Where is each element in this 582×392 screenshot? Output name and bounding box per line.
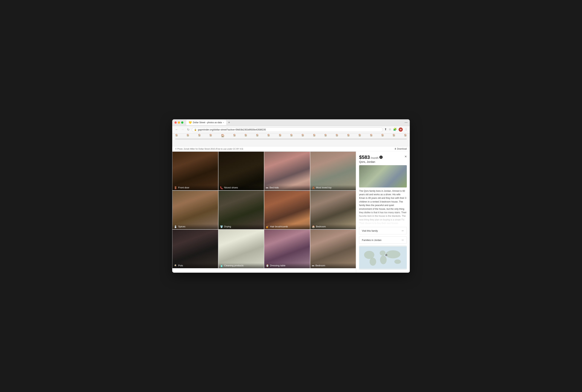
photo-cell-bed-kids[interactable]: 🛏 Bed kids — [264, 152, 310, 190]
refresh-button[interactable]: ↻ — [186, 128, 190, 132]
house-icon-6: 🏠 — [244, 134, 247, 137]
income-info: $583 /month i Qors, Jordan — [359, 154, 383, 163]
photo-cell-hair-brush[interactable]: 💇 Hair brush/comb — [264, 190, 310, 230]
url-bar[interactable]: 🔒 gapminder.org/dollar-street?active=5fd… — [192, 127, 383, 132]
side-panel-header: $583 /month i Qors, Jordan × — [359, 154, 407, 163]
cleaning-label-text: Cleaning products — [224, 264, 244, 267]
maximize-window-button[interactable] — [181, 122, 183, 124]
download-icon: ⬇ — [394, 148, 396, 150]
income-slider-track[interactable] — [175, 139, 407, 140]
income-slider-area: 🏠 🏠 🏠 🏠 🏠 🏠 🏠 🏠 🏠 🏠 🏠 🏠 🏠 🏠 🏠 🏠 🏠 🏠 🏠 — [172, 134, 410, 146]
income-period: /month — [370, 156, 378, 160]
minimize-window-button[interactable] — [178, 122, 180, 124]
photo-credit-bar: © Photo: Zoriah Miller for Dollar Street… — [172, 146, 410, 152]
content-layout: 🚪 Front door 👠 Nicest shoes 🛏 Bed — [172, 152, 410, 273]
pots-icon: 🍳 — [174, 264, 177, 267]
tab-favicon: 💛 — [188, 121, 192, 124]
active-tab[interactable]: 💛 Dollar Street - photos as data × — [186, 120, 226, 125]
house-icon-12: 🏠 — [313, 134, 316, 137]
most-loved-toy-icon: 🧸 — [312, 186, 315, 189]
photo-bedroom2-label: 🛏 Bedroom — [310, 263, 356, 268]
house-icon-9: 🏠 — [279, 134, 282, 137]
photo-cell-spices[interactable]: 🧂 Spices — [172, 190, 218, 230]
photo-cleaning-image — [218, 230, 264, 268]
spices-icon: 🧂 — [174, 225, 177, 228]
family-photo-image — [359, 165, 407, 188]
families-in-jordan-label: Families in Jordan — [362, 239, 382, 242]
photo-bedroom2-image — [310, 230, 356, 268]
cleaning-icon: 🧴 — [220, 264, 223, 267]
forward-button[interactable]: → — [180, 128, 185, 132]
family-photo[interactable] — [359, 165, 407, 188]
hair-brush-icon: 💇 — [266, 225, 269, 228]
house-icon-7: 🏠 — [256, 134, 259, 137]
svg-point-9 — [386, 255, 386, 256]
photo-front-door-label: 🚪 Front door — [172, 185, 218, 190]
bedroom-label-text: Bedroom — [316, 225, 326, 228]
house-icon-20: 🏠 — [404, 134, 407, 137]
photo-hair-brush-image — [264, 190, 310, 229]
photo-cell-pots[interactable]: 🍳 Pots — [172, 230, 218, 268]
photo-cell-drying[interactable]: 👕 Drying — [218, 190, 264, 230]
close-window-button[interactable] — [174, 122, 177, 124]
photo-credit-text: © Photo: Zoriah Miller for Dollar Street… — [175, 148, 243, 150]
photo-most-loved-toy-image — [310, 152, 356, 190]
menu-icon[interactable]: ⋮ — [404, 128, 408, 132]
back-button[interactable]: ← — [174, 128, 179, 132]
window-minimize-icon: — — [404, 121, 408, 124]
families-in-jordan-arrow-icon: → — [401, 238, 404, 242]
families-in-jordan-button[interactable]: Families in Jordan → — [359, 236, 407, 244]
bed-kids-label-text: Bed kids — [270, 186, 279, 189]
house-icon-10: 🏠 — [290, 134, 293, 137]
tab-title: Dollar Street - photos as data — [193, 121, 222, 124]
income-display: $583 /month — [359, 154, 378, 160]
photo-cell-nicest-shoes[interactable]: 👠 Nicest shoes — [218, 152, 264, 190]
share-icon[interactable]: ⬆ — [384, 128, 387, 132]
dressing-table-label-text: Dressing table — [270, 264, 286, 267]
photo-drying-image — [218, 190, 264, 229]
drying-label-text: Drying — [224, 225, 231, 228]
traffic-lights — [174, 122, 183, 124]
drying-icon: 👕 — [220, 225, 223, 228]
photo-cell-cleaning[interactable]: 🧴 Cleaning products — [218, 230, 264, 268]
house-icon-active: 🏠 — [221, 134, 224, 137]
photo-cell-bedroom[interactable]: 🏠 Bedroom — [310, 190, 356, 230]
top-controls: $583 /month i — [359, 154, 383, 160]
most-loved-toy-label-text: Most loved toy — [316, 186, 332, 189]
url-text: gapminder.org/dollar-street?active=5fd03… — [198, 128, 380, 131]
extension-icon[interactable]: 🧩 — [393, 128, 397, 132]
hair-brush-label-text: Hair brush/comb — [270, 225, 288, 228]
close-panel-button[interactable]: × — [404, 154, 407, 159]
photo-cell-front-door[interactable]: 🚪 Front door — [172, 152, 218, 190]
house-icon-16: 🏠 — [358, 134, 361, 137]
photo-most-loved-toy-label: 🧸 Most loved toy — [310, 185, 356, 190]
bedroom2-label-text: Bedroom — [316, 264, 325, 267]
house-icon-17: 🏠 — [370, 134, 373, 137]
photo-bedroom-image — [310, 190, 356, 229]
photo-cell-dressing-table[interactable]: 🪞 Dressing table — [264, 230, 310, 268]
info-button[interactable]: i — [379, 156, 383, 159]
bed-kids-icon: 🛏 — [266, 186, 268, 189]
photo-spices-label: 🧂 Spices — [172, 224, 218, 229]
new-tab-button[interactable]: + — [227, 120, 231, 125]
world-map — [359, 246, 407, 270]
svg-point-4 — [380, 256, 387, 264]
house-icon-19: 🏠 — [392, 134, 395, 137]
download-button[interactable]: ⬇ Download — [394, 148, 407, 150]
address-actions: ⬆ ☆ 🧩 M ⋮ — [384, 128, 408, 132]
photo-cell-bedroom2[interactable]: 🛏 Bedroom — [310, 230, 356, 268]
profile-button[interactable]: M — [399, 128, 403, 132]
side-panel: $583 /month i Qors, Jordan × The Qors fa… — [356, 152, 410, 273]
front-door-icon: 🚪 — [174, 186, 177, 189]
photo-grid: 🚪 Front door 👠 Nicest shoes 🛏 Bed — [172, 152, 356, 273]
nicest-shoes-icon: 👠 — [220, 186, 223, 189]
visit-family-button[interactable]: Visit this family → — [359, 227, 407, 234]
nicest-shoes-label-text: Nicest shoes — [224, 186, 238, 189]
tab-close-button[interactable]: × — [223, 122, 224, 124]
dressing-table-icon: 🪞 — [266, 264, 269, 267]
house-icon-8: 🏠 — [267, 134, 270, 137]
bookmark-icon[interactable]: ☆ — [388, 128, 391, 132]
photo-cell-most-loved-toy[interactable]: 🧸 Most loved toy — [310, 152, 356, 190]
house-icon-4: 🏠 — [209, 134, 212, 137]
location-name: Qors, Jordan — [359, 160, 383, 163]
